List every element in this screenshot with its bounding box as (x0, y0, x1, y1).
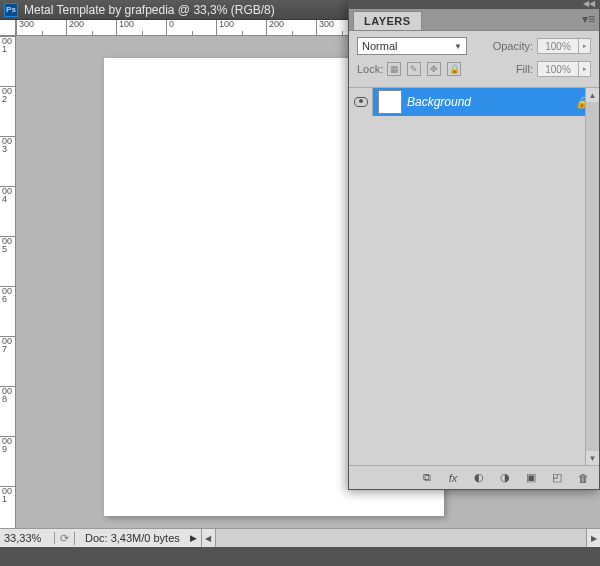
fill-value[interactable]: 100% (537, 61, 579, 77)
chevron-down-icon: ▼ (454, 42, 462, 51)
link-layers-icon[interactable]: ⧉ (419, 470, 435, 486)
layer-scrollbar[interactable]: ▲ ▼ (585, 88, 599, 465)
ruler-mark: 001 (0, 486, 15, 531)
sync-icon[interactable]: ⟳ (55, 532, 75, 545)
blend-mode-value: Normal (362, 40, 397, 52)
ruler-mark: 001 (0, 36, 15, 86)
lock-transparency-icon[interactable]: ▦ (387, 62, 401, 76)
layer-name[interactable]: Background (407, 95, 471, 109)
ruler-mark: 200 (66, 20, 116, 36)
collapse-icon[interactable]: ◀◀ (583, 1, 595, 9)
document-title: Metal Template by grafpedia @ 33,3% (RGB… (24, 3, 275, 17)
ruler-mark: 003 (0, 136, 15, 186)
status-bar: 33,33% ⟳ Doc: 3,43M/0 bytes ▶ ◀ ▶ (0, 528, 600, 547)
lock-options: ▦ ✎ ✥ 🔒 (387, 62, 461, 76)
ruler-mark: 100 (116, 20, 166, 36)
ruler-mark: 100 (216, 20, 266, 36)
scroll-up-icon[interactable]: ▲ (586, 88, 599, 102)
opacity-label: Opacity: (493, 40, 533, 52)
ruler-mark: 200 (266, 20, 316, 36)
layer-mask-icon[interactable]: ◐ (471, 470, 487, 486)
zoom-level[interactable]: 33,33% (0, 532, 55, 544)
horizontal-scrollbar[interactable]: ◀ ▶ (201, 529, 600, 547)
opacity-value[interactable]: 100% (537, 38, 579, 54)
scroll-right-icon[interactable]: ▶ (586, 529, 600, 547)
delete-layer-icon[interactable]: 🗑 (575, 470, 591, 486)
lock-position-icon[interactable]: ✥ (427, 62, 441, 76)
adjustment-layer-icon[interactable]: ◑ (497, 470, 513, 486)
new-group-icon[interactable]: ▣ (523, 470, 539, 486)
ruler-vertical[interactable]: 001002003004005006007008009001000 (0, 36, 16, 531)
panel-grip[interactable]: ◀◀ (349, 1, 599, 9)
ruler-mark: 009 (0, 436, 15, 486)
fill-label: Fill: (516, 63, 533, 75)
lock-pixels-icon[interactable]: ✎ (407, 62, 421, 76)
ruler-mark: 005 (0, 236, 15, 286)
panel-footer: ⧉ fx ◐ ◑ ▣ ◰ 🗑 (349, 465, 599, 489)
ruler-mark: 006 (0, 286, 15, 336)
fill-slider-icon[interactable]: ▸ (579, 61, 591, 77)
panel-controls: Normal ▼ Opacity: 100% ▸ Lock: ▦ ✎ ✥ 🔒 F… (349, 31, 599, 87)
ruler-mark: 004 (0, 186, 15, 236)
tab-layers[interactable]: LAYERS (353, 11, 422, 30)
lock-label: Lock: (357, 63, 383, 75)
ruler-mark: 007 (0, 336, 15, 386)
layers-panel: ◀◀ LAYERS ▾≡ Normal ▼ Opacity: 100% ▸ Lo… (348, 0, 600, 490)
visibility-toggle[interactable] (349, 88, 373, 116)
app-icon: Ps (4, 3, 18, 17)
lock-all-icon[interactable]: 🔒 (447, 62, 461, 76)
ruler-mark: 0 (166, 20, 216, 36)
doc-info: Doc: 3,43M/0 bytes (75, 532, 190, 544)
blend-mode-select[interactable]: Normal ▼ (357, 37, 467, 55)
scroll-down-icon[interactable]: ▼ (586, 451, 599, 465)
panel-menu-icon[interactable]: ▾≡ (582, 12, 595, 26)
ruler-mark: 002 (0, 86, 15, 136)
scroll-left-icon[interactable]: ◀ (202, 529, 216, 547)
layer-thumbnail[interactable] (379, 91, 401, 113)
layer-list: Background 🔒 ▲ ▼ (349, 87, 599, 465)
ruler-corner (0, 20, 16, 36)
ruler-mark: 008 (0, 386, 15, 436)
new-layer-icon[interactable]: ◰ (549, 470, 565, 486)
opacity-slider-icon[interactable]: ▸ (579, 38, 591, 54)
layer-row[interactable]: Background 🔒 (349, 88, 599, 116)
layer-style-icon[interactable]: fx (445, 470, 461, 486)
panel-tabbar: LAYERS ▾≡ (349, 9, 599, 31)
doc-info-menu-icon[interactable]: ▶ (190, 533, 197, 543)
ruler-mark: 300 (16, 20, 66, 36)
eye-icon (354, 97, 368, 107)
